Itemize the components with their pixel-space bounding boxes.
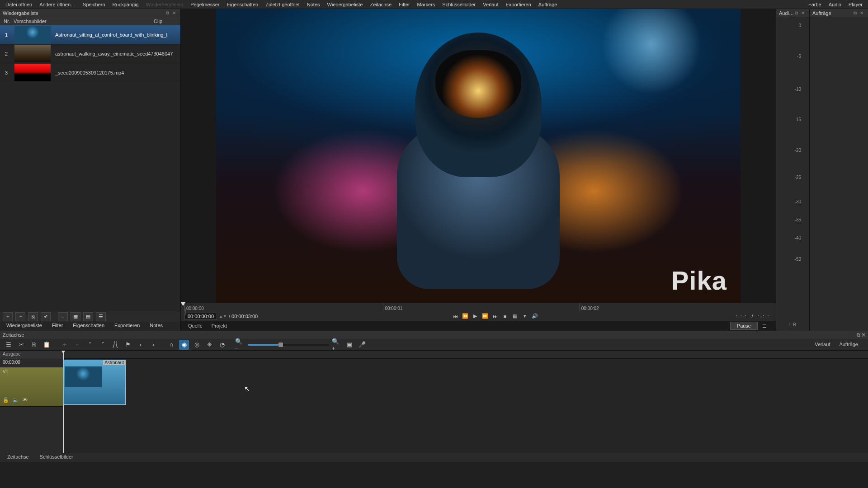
- lift-icon[interactable]: ˄: [85, 340, 95, 350]
- menu-markers[interactable]: Markers: [414, 2, 439, 7]
- overwrite-icon[interactable]: ˅: [98, 340, 108, 350]
- playlist-view-list-icon[interactable]: ≡: [58, 312, 68, 321]
- menu-player[interactable]: Player: [845, 2, 866, 7]
- volume-icon[interactable]: 🔊: [531, 312, 539, 320]
- tab-notes[interactable]: Notes: [145, 322, 167, 331]
- zoom-fit-icon[interactable]: ▣: [344, 340, 354, 350]
- snap-icon[interactable]: ∩: [166, 340, 176, 350]
- track-header-v1[interactable]: V1 🔓 🔈 👁: [0, 367, 63, 407]
- menu-eigenschaften[interactable]: Eigenschaften: [223, 2, 262, 7]
- tab-zeitachse-bottom[interactable]: Zeitachse: [3, 453, 33, 462]
- menu-wiedergabeliste[interactable]: Wiedergabeliste: [324, 2, 367, 7]
- menu-verlauf[interactable]: Verlauf: [479, 2, 502, 7]
- pause-button[interactable]: Pause: [730, 322, 758, 330]
- cut-icon[interactable]: ✂: [16, 340, 26, 350]
- marker-icon[interactable]: ⚑: [123, 340, 133, 350]
- zoom-in-icon[interactable]: 🔍+: [332, 340, 342, 350]
- tab-wiedergabeliste[interactable]: Wiedergabeliste: [2, 322, 47, 331]
- tab-quelle[interactable]: Quelle: [184, 322, 206, 329]
- undock-icon[interactable]: ⧉: [857, 332, 860, 338]
- track-hide-icon[interactable]: 👁: [23, 397, 29, 404]
- close-icon[interactable]: ✕: [860, 10, 865, 16]
- menu-andere-oeffnen[interactable]: Andere öffnen…: [36, 2, 79, 7]
- menu-notes[interactable]: Notes: [303, 2, 324, 7]
- close-icon[interactable]: ✕: [801, 10, 807, 16]
- timeline-clip[interactable]: Astronaut: [63, 360, 126, 405]
- ripple-icon[interactable]: ◎: [192, 340, 202, 350]
- stop-icon[interactable]: ■: [501, 312, 509, 320]
- track-mute-icon[interactable]: 🔈: [13, 397, 19, 404]
- undock-icon[interactable]: ⧉: [166, 10, 171, 16]
- preview-viewport[interactable]: Pika: [181, 9, 776, 303]
- zoom-out-icon[interactable]: 🔍−: [235, 340, 245, 350]
- zoom-slider[interactable]: [248, 344, 329, 346]
- menu-farbe[interactable]: Farbe: [805, 2, 825, 7]
- grid-toggle-icon[interactable]: ▦: [511, 312, 519, 320]
- paste-icon[interactable]: 📋: [42, 340, 52, 350]
- audio-title: Audi…: [779, 10, 794, 16]
- ripple-markers-icon[interactable]: ◔: [217, 340, 227, 350]
- undock-icon[interactable]: ⧉: [795, 10, 800, 16]
- playlist-row[interactable]: 1 Astronaut_sitting_at_control_board_wit…: [0, 25, 180, 44]
- fast-forward-icon[interactable]: ⏩: [481, 312, 489, 320]
- timeline-tracks-area[interactable]: Astronaut ↖: [63, 351, 868, 453]
- tab-schluesselbilder-bottom[interactable]: Schlüsselbilder: [35, 453, 78, 462]
- menu-auftraege[interactable]: Aufträge: [535, 2, 561, 7]
- menu-audio[interactable]: Audio: [825, 2, 845, 7]
- menu-zuletzt-geoeffnet[interactable]: Zuletzt geöffnet: [262, 2, 303, 7]
- copy-icon[interactable]: ⎘: [29, 340, 39, 350]
- menu-speichern[interactable]: Speichern: [79, 2, 109, 7]
- tab-auftraege[interactable]: Aufträge: [835, 341, 862, 348]
- timeline-ruler[interactable]: [63, 351, 868, 359]
- col-clip[interactable]: Clip: [54, 19, 180, 24]
- tab-projekt[interactable]: Projekt: [208, 322, 231, 329]
- meter-tick: -10: [795, 87, 801, 92]
- close-icon[interactable]: ✕: [172, 10, 178, 16]
- col-nr[interactable]: Nr.: [0, 19, 14, 24]
- tab-exportieren[interactable]: Exportieren: [110, 322, 144, 331]
- col-thumb[interactable]: Vorschaubilder: [14, 19, 54, 24]
- playlist-row[interactable]: 2 astronaut_walking_away._cinematic_seed…: [0, 44, 180, 63]
- meter-tick: -50: [795, 257, 801, 262]
- playlist-view-tiles-icon[interactable]: ▦: [71, 312, 80, 321]
- remove-icon[interactable]: －: [72, 340, 82, 350]
- skip-start-icon[interactable]: ⏮: [451, 312, 459, 320]
- playlist-add-button[interactable]: ＋: [3, 312, 13, 321]
- prev-marker-icon[interactable]: ‹: [136, 340, 146, 350]
- zoom-dropdown-icon[interactable]: ▾: [521, 312, 529, 320]
- meter-tick: -35: [795, 217, 801, 222]
- play-icon[interactable]: ▶: [471, 312, 479, 320]
- playlist-remove-button[interactable]: －: [15, 312, 25, 321]
- timeline-menu-icon[interactable]: ☰: [4, 340, 14, 350]
- menu-exportieren[interactable]: Exportieren: [502, 2, 535, 7]
- ripple-all-icon[interactable]: ✳: [204, 340, 214, 350]
- menu-rueckgaengig[interactable]: Rückgängig: [109, 2, 142, 7]
- tab-verlauf[interactable]: Verlauf: [811, 341, 834, 348]
- playlist-menu-icon[interactable]: ☰: [96, 312, 106, 321]
- playlist-copy-button[interactable]: ⎘: [28, 312, 38, 321]
- skip-end-icon[interactable]: ⏭: [491, 312, 499, 320]
- menu-pegelmesser[interactable]: Pegelmesser: [187, 2, 223, 7]
- playlist-thumbnail: [14, 26, 51, 43]
- menu-schluesselbilder[interactable]: Schlüsselbilder: [439, 2, 479, 7]
- next-marker-icon[interactable]: ›: [148, 340, 158, 350]
- menu-zeitachse[interactable]: Zeitachse: [366, 2, 395, 7]
- playlist-view-icons-icon[interactable]: ▤: [83, 312, 93, 321]
- preview-scrub-ruler[interactable]: 00:00:00 00:00:01 00:00:02: [181, 303, 776, 311]
- track-lock-icon[interactable]: 🔓: [3, 397, 9, 404]
- close-icon[interactable]: ✕: [862, 332, 865, 338]
- menu-filter[interactable]: Filter: [395, 2, 413, 7]
- tab-eigenschaften[interactable]: Eigenschaften: [68, 322, 109, 331]
- menu-datei-oeffnen[interactable]: Datei öffnen: [2, 2, 36, 7]
- jobs-menu-icon[interactable]: ☰: [760, 322, 769, 330]
- tab-filter[interactable]: Filter: [47, 322, 67, 331]
- rewind-icon[interactable]: ⏪: [461, 312, 469, 320]
- playlist-row[interactable]: 3 _seed2009005309120175.mp4: [0, 63, 180, 82]
- split-icon[interactable]: ⎠⎝: [110, 340, 120, 350]
- scrub-icon[interactable]: ◉: [179, 340, 189, 350]
- record-audio-icon[interactable]: 🎤: [357, 340, 367, 350]
- current-timecode[interactable]: 00:00:00:00: [184, 313, 217, 320]
- playlist-update-button[interactable]: ✔: [41, 312, 51, 321]
- undock-icon[interactable]: ⧉: [854, 10, 859, 16]
- append-icon[interactable]: ＋: [60, 340, 70, 350]
